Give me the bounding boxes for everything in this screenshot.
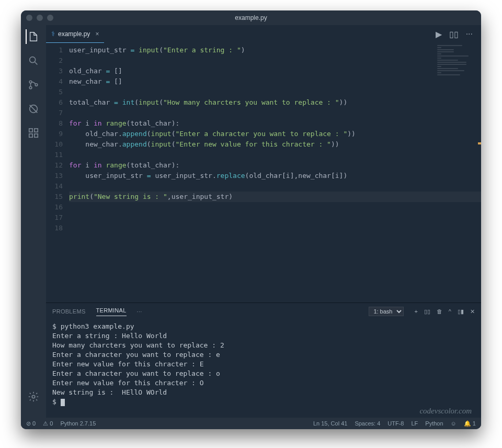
status-indentation[interactable]: Spaces: 4	[355, 420, 380, 427]
status-encoding[interactable]: UTF-8	[387, 420, 404, 427]
add-terminal-icon[interactable]: +	[414, 308, 417, 315]
scm-icon[interactable]	[26, 77, 41, 92]
activity-bar	[21, 25, 46, 418]
status-python-version[interactable]: Python 2.7.15	[60, 420, 96, 427]
close-panel-icon[interactable]: ✕	[470, 308, 475, 315]
split-editor-icon[interactable]: ▯▯	[449, 29, 459, 39]
titlebar: example.py	[21, 10, 481, 25]
debug-icon[interactable]	[26, 102, 41, 116]
extensions-icon[interactable]	[26, 126, 41, 140]
bottom-panel: PROBLEMS TERMINAL ··· 1: bash + ▯▯ 🗑 ^ ▯…	[46, 303, 481, 418]
scroll-marker	[478, 142, 481, 144]
svg-rect-6	[35, 129, 38, 132]
tab-close-icon[interactable]: ×	[95, 30, 99, 38]
code-content[interactable]: user_input_str = input("Enter a string :…	[69, 43, 481, 303]
main-area: ⚕ example.py × ▶ ▯▯ ··· 1234567891011121…	[21, 25, 481, 418]
watermark: codevscolor.com	[419, 407, 472, 416]
status-errors[interactable]: ⊘ 0	[26, 420, 36, 427]
panel-tab-more[interactable]: ···	[137, 308, 142, 315]
panel-tabs: PROBLEMS TERMINAL ··· 1: bash + ▯▯ 🗑 ^ ▯…	[46, 303, 481, 320]
explorer-icon[interactable]	[26, 29, 40, 44]
terminal-output[interactable]: $ python3 example.pyEnter a string : Hel…	[46, 320, 481, 418]
chevron-up-icon[interactable]: ^	[449, 308, 451, 315]
settings-gear-icon[interactable]	[26, 389, 41, 404]
tab-controls: ▶ ▯▯ ···	[436, 29, 477, 39]
status-notifications-icon[interactable]: 🔔 1	[464, 420, 476, 427]
svg-point-1	[29, 81, 32, 83]
code-editor[interactable]: 123456789101112131415161718 user_input_s…	[46, 43, 481, 303]
python-file-icon: ⚕	[51, 30, 55, 38]
tab-example-py[interactable]: ⚕ example.py ×	[46, 25, 104, 43]
traffic-lights	[26, 15, 53, 21]
editor-window: example.py ⚕ example.py × ▶	[21, 10, 481, 429]
split-terminal-icon[interactable]: ▯▯	[424, 308, 430, 315]
svg-rect-7	[29, 134, 32, 137]
trash-icon[interactable]: 🗑	[437, 308, 442, 315]
svg-point-3	[35, 84, 38, 86]
terminal-select[interactable]: 1: bash	[369, 307, 404, 316]
tab-label: example.py	[58, 30, 90, 38]
status-warnings[interactable]: ⚠ 0	[43, 420, 53, 427]
svg-rect-8	[35, 134, 38, 137]
tabs-row: ⚕ example.py × ▶ ▯▯ ···	[46, 25, 481, 43]
svg-point-9	[32, 395, 35, 398]
status-bar: ⊘ 0 ⚠ 0 Python 2.7.15 Ln 15, Col 41 Spac…	[21, 418, 481, 429]
minimize-dot[interactable]	[37, 15, 43, 21]
more-actions-icon[interactable]: ···	[466, 29, 473, 39]
panel-controls: + ▯▯ 🗑 ^ ▯▮ ✕	[414, 308, 475, 315]
search-icon[interactable]	[26, 53, 41, 68]
status-eol[interactable]: LF	[411, 420, 418, 427]
svg-rect-5	[29, 129, 32, 132]
svg-point-2	[29, 86, 32, 89]
zoom-dot[interactable]	[47, 15, 53, 21]
run-icon[interactable]: ▶	[436, 29, 442, 39]
status-language[interactable]: Python	[425, 420, 443, 427]
line-gutter: 123456789101112131415161718	[46, 43, 69, 303]
svg-point-0	[30, 57, 36, 63]
status-cursor-position[interactable]: Ln 15, Col 41	[313, 420, 347, 427]
editor-area: ⚕ example.py × ▶ ▯▯ ··· 1234567891011121…	[46, 25, 481, 418]
minimap[interactable]	[437, 45, 479, 87]
status-feedback-icon[interactable]: ☺	[451, 420, 457, 427]
panel-tab-terminal[interactable]: TERMINAL	[96, 307, 127, 316]
close-dot[interactable]	[26, 15, 32, 21]
window-title: example.py	[235, 14, 267, 21]
panel-layout-icon[interactable]: ▯▮	[458, 308, 464, 315]
panel-tab-problems[interactable]: PROBLEMS	[52, 308, 86, 315]
